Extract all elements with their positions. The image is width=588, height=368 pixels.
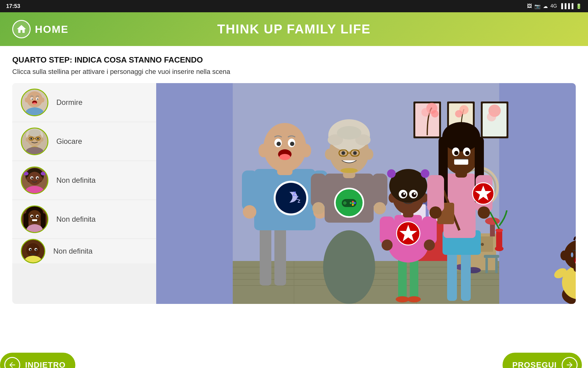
svg-text:Z: Z xyxy=(298,199,300,204)
status-bar: 17:53 🖼 📷 ☁ 4G ▐▐▐▐ 🔋 xyxy=(0,0,588,12)
character-avatar-4 xyxy=(21,205,48,233)
svg-point-133 xyxy=(353,151,357,155)
svg-point-128 xyxy=(337,126,361,140)
svg-point-109 xyxy=(279,154,290,160)
character-5-action: Non definita xyxy=(53,247,92,255)
svg-point-1 xyxy=(25,98,28,102)
character-item-1[interactable]: Dormire xyxy=(12,83,156,122)
battery-icon: 🔋 xyxy=(576,3,582,9)
svg-point-138 xyxy=(374,202,386,214)
character-list: Dormire xyxy=(12,83,156,304)
svg-point-166 xyxy=(401,192,406,197)
step-title: QUARTO STEP: INDICA COSA STANNO FACENDO xyxy=(12,55,576,65)
svg-point-88 xyxy=(496,228,503,232)
character-2-action: Giocare xyxy=(56,137,82,146)
indietro-arrow-icon xyxy=(4,357,20,368)
svg-point-39 xyxy=(37,216,39,217)
svg-point-132 xyxy=(341,151,345,155)
indietro-button[interactable]: INDIETRO xyxy=(0,353,75,368)
character-avatar-2 xyxy=(21,128,48,155)
woman-avatar xyxy=(22,206,47,232)
svg-point-197 xyxy=(478,206,490,219)
arrow-left-icon xyxy=(8,361,17,368)
svg-rect-144 xyxy=(344,202,346,204)
svg-point-47 xyxy=(35,249,37,251)
svg-point-31 xyxy=(41,172,46,175)
home-icon xyxy=(12,20,31,38)
svg-point-71 xyxy=(455,110,462,117)
svg-rect-191 xyxy=(454,159,468,165)
svg-point-26 xyxy=(31,177,33,179)
svg-point-152 xyxy=(407,296,421,302)
svg-point-172 xyxy=(382,240,393,251)
svg-point-190 xyxy=(465,151,469,155)
svg-rect-41 xyxy=(24,213,28,228)
svg-point-29 xyxy=(38,178,38,178)
svg-point-102 xyxy=(258,144,268,157)
svg-point-148 xyxy=(350,202,352,204)
svg-rect-194 xyxy=(427,175,444,212)
svg-point-134 xyxy=(341,168,358,173)
svg-point-6 xyxy=(37,98,38,100)
svg-rect-87 xyxy=(496,230,502,249)
svg-point-147 xyxy=(352,204,354,206)
character-item-5[interactable]: Non definita xyxy=(12,239,156,263)
svg-point-196 xyxy=(429,206,442,219)
svg-rect-97 xyxy=(260,224,271,286)
svg-point-85 xyxy=(485,217,500,225)
svg-point-66 xyxy=(421,108,430,117)
svg-point-11 xyxy=(26,137,29,142)
svg-point-23 xyxy=(40,177,43,181)
svg-point-22 xyxy=(26,177,29,181)
svg-point-189 xyxy=(454,151,458,155)
svg-point-107 xyxy=(290,142,294,146)
home-button[interactable]: HOME xyxy=(12,20,69,38)
svg-point-167 xyxy=(412,192,417,197)
prosegui-label: PROSEGUI xyxy=(512,360,557,368)
svg-point-112 xyxy=(243,205,256,219)
svg-rect-42 xyxy=(41,213,46,228)
svg-point-115 xyxy=(276,183,306,213)
house-icon xyxy=(16,24,27,35)
indietro-label: INDIETRO xyxy=(25,360,66,368)
signal-label: 4G xyxy=(550,3,557,9)
svg-point-18 xyxy=(28,129,41,136)
status-icons: 🖼 📷 ☁ 4G ▐▐▐▐ 🔋 xyxy=(527,3,582,9)
svg-point-169 xyxy=(414,193,416,195)
svg-point-137 xyxy=(312,202,325,214)
prosegui-arrow-icon xyxy=(562,357,578,368)
character-item-3[interactable]: Non definita xyxy=(12,161,156,200)
svg-rect-98 xyxy=(274,224,286,286)
svg-point-28 xyxy=(32,178,33,178)
scene-artwork: Z Z Z xyxy=(156,83,576,304)
character-item-4[interactable]: Non definita xyxy=(12,200,156,239)
svg-point-151 xyxy=(396,296,409,302)
character-item-2[interactable]: Giocare xyxy=(12,122,156,161)
svg-point-21 xyxy=(28,172,41,185)
svg-point-163 xyxy=(421,169,429,178)
svg-point-186 xyxy=(442,122,480,151)
character-avatar-5 xyxy=(21,239,45,263)
status-time: 17:53 xyxy=(6,3,20,10)
grandmother-avatar xyxy=(22,128,47,154)
svg-point-106 xyxy=(277,142,281,146)
home-label: HOME xyxy=(35,23,69,35)
svg-point-173 xyxy=(424,240,435,251)
baby-avatar xyxy=(22,239,44,263)
page-title: THINK UP FAMILY LIFE xyxy=(217,22,371,36)
svg-rect-96 xyxy=(495,258,498,273)
svg-point-30 xyxy=(24,172,28,175)
step-subtitle: Clicca sulla stellina per attivare i per… xyxy=(12,68,576,76)
svg-point-27 xyxy=(37,177,39,179)
character-avatar-3 xyxy=(21,167,48,194)
main-content: QUARTO STEP: INDICA COSA STANNO FACENDO … xyxy=(0,46,588,350)
svg-point-123 xyxy=(325,149,334,160)
svg-point-2 xyxy=(41,98,44,102)
character-1-action: Dormire xyxy=(56,98,82,107)
svg-rect-95 xyxy=(485,258,488,273)
svg-point-124 xyxy=(365,149,373,160)
grandfather-avatar xyxy=(22,90,47,115)
prosegui-button[interactable]: PROSEGUI xyxy=(503,353,582,368)
svg-point-33 xyxy=(28,210,41,224)
svg-point-67 xyxy=(431,110,439,117)
